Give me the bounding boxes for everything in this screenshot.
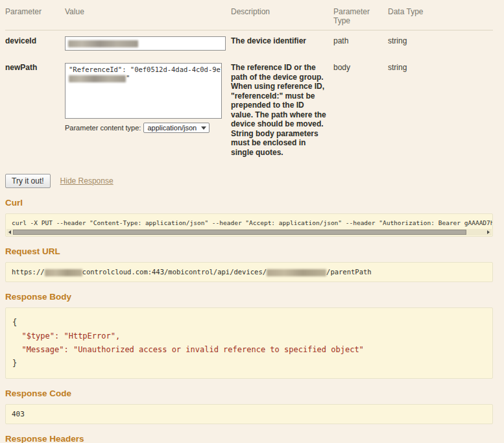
response-body-block: { "$type": "HttpError", "Message": "Unau…	[5, 307, 493, 379]
param-value-cell-deviceid	[65, 30, 231, 57]
request-url-heading: Request URL	[5, 246, 493, 256]
scrollbar-track[interactable]	[13, 230, 485, 235]
deviceid-value-input[interactable]	[65, 36, 226, 51]
response-body-heading: Response Body	[5, 292, 493, 302]
content-type-selected-value: application/json	[147, 124, 197, 132]
response-code-heading: Response Code	[5, 389, 493, 398]
scrollbar-thumb[interactable]	[13, 230, 466, 235]
content-type-select[interactable]: application/json	[143, 123, 210, 133]
chevron-down-icon	[201, 126, 206, 130]
newpath-value-line1: "ReferenceId": "0ef0512d-4dad-4c0d-9e75-	[69, 66, 218, 74]
actions-row: Try it out! Hide Response	[5, 174, 493, 188]
request-url-path-tail: /parentPath	[326, 268, 372, 276]
scrollbar-left-arrow-icon[interactable]	[6, 229, 13, 235]
response-body-close-brace: }	[12, 357, 486, 370]
column-header-description: Description	[231, 4, 333, 30]
response-body-open-brace: {	[12, 316, 486, 329]
newpath-value-textarea[interactable]: "ReferenceId": "0ef0512d-4dad-4c0d-9e75-…	[65, 63, 222, 119]
swagger-operation-panel: Parameter Value Description Parameter Ty…	[0, 0, 504, 443]
column-header-value: Value	[65, 4, 231, 30]
curl-command-text: curl -X PUT --header "Content-Type: appl…	[12, 219, 486, 226]
try-it-out-button[interactable]: Try it out!	[5, 174, 51, 188]
param-value-cell-newpath: "ReferenceId": "0ef0512d-4dad-4c0d-9e75-…	[65, 57, 231, 163]
parameter-content-type-row: Parameter content type: application/json	[65, 123, 227, 133]
column-header-data-type: Data Type	[388, 4, 493, 30]
redacted-device-id	[68, 40, 138, 47]
newpath-value-line2-suffix: "	[126, 74, 130, 82]
data-type-newpath: string	[388, 57, 493, 163]
redacted-host	[45, 269, 82, 276]
column-header-parameter-type: Parameter Type	[333, 4, 388, 30]
data-type-deviceid: string	[388, 30, 493, 57]
scrollbar-right-arrow-icon[interactable]	[485, 229, 492, 235]
response-body-type-line: "$type": "HttpError",	[12, 329, 486, 343]
response-body-message-line: "Message": "Unauthorized access or inval…	[12, 343, 486, 357]
param-type-newpath: body	[333, 57, 388, 163]
parameter-content-type-label: Parameter content type:	[65, 124, 141, 132]
param-description-newpath: The reference ID or the path of the devi…	[231, 57, 333, 163]
response-code-block: 403	[5, 404, 493, 424]
param-name-newpath: newPath	[5, 57, 65, 163]
redacted-reference-id	[69, 75, 126, 82]
redacted-device-id-url	[267, 269, 326, 276]
param-description-deviceid: The device identifier	[231, 30, 333, 57]
response-headers-heading: Response Headers	[5, 434, 493, 443]
curl-horizontal-scrollbar[interactable]	[6, 229, 492, 235]
column-header-parameter: Parameter	[5, 4, 65, 30]
curl-command-block[interactable]: curl -X PUT --header "Content-Type: appl…	[5, 213, 493, 237]
curl-heading: Curl	[5, 198, 493, 208]
request-url-scheme: https://	[12, 268, 45, 276]
param-name-deviceid: deviceId	[5, 30, 65, 57]
parameters-table: Parameter Value Description Parameter Ty…	[5, 4, 493, 163]
request-url-host-tail: controlcloud.com:443/mobicontrol/api/dev…	[82, 268, 267, 276]
response-code-value: 403	[12, 410, 25, 418]
hide-response-link[interactable]: Hide Response	[60, 176, 114, 186]
newpath-value-line2: "	[69, 74, 218, 82]
request-url-block: https://controlcloud.com:443/mobicontrol…	[5, 262, 493, 282]
param-type-deviceid: path	[333, 30, 388, 57]
